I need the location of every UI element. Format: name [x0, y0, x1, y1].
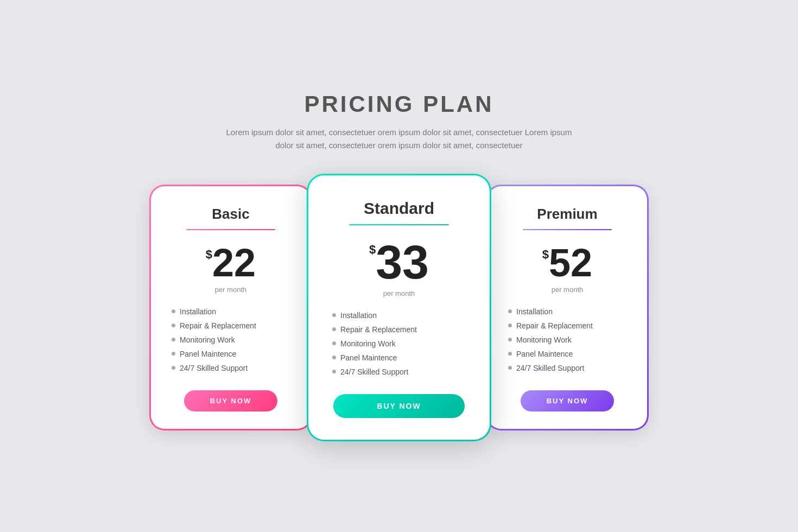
feature-item: Installation — [172, 305, 290, 319]
price-block: $ 22 — [167, 243, 294, 282]
feature-item: Panel Maintence — [508, 347, 626, 361]
feature-item: 24/7 Skilled Support — [172, 361, 290, 375]
bullet-icon — [172, 338, 175, 341]
price-symbol: $ — [369, 243, 376, 257]
feature-text: Repair & Replacement — [180, 321, 256, 330]
feature-item: Monitoring Work — [332, 337, 466, 351]
feature-text: Installation — [516, 307, 553, 316]
feature-item: Monitoring Work — [172, 333, 290, 347]
cards-container: Basic $ 22 per month Installation Repair… — [149, 174, 649, 441]
bullet-icon — [508, 352, 512, 356]
card-basic: Basic $ 22 per month Installation Repair… — [149, 185, 312, 430]
feature-text: Panel Maintence — [180, 350, 236, 358]
buy-button-basic[interactable]: BUY NOW — [184, 390, 278, 411]
bullet-icon — [508, 309, 512, 313]
feature-item: Installation — [508, 305, 626, 319]
card-standard: Standard $ 33 per month Installation Rep… — [307, 174, 491, 441]
price-block: $ 52 — [504, 243, 631, 282]
feature-item: Panel Maintence — [172, 347, 290, 361]
buy-button-standard[interactable]: BUY NOW — [333, 394, 464, 418]
price-symbol: $ — [206, 248, 212, 262]
bullet-icon — [172, 309, 175, 313]
price-period: per month — [504, 286, 631, 294]
feature-item: Monitoring Work — [508, 333, 626, 347]
price-symbol: $ — [542, 248, 549, 262]
card-name: Basic — [167, 206, 294, 223]
feature-text: Installation — [340, 311, 377, 320]
feature-text: 24/7 Skilled Support — [516, 364, 584, 372]
price-period: per month — [167, 286, 294, 294]
bullet-icon — [172, 366, 175, 370]
buy-button-premium[interactable]: BUY NOW — [521, 390, 615, 411]
feature-item: Repair & Replacement — [508, 319, 626, 333]
feature-item: 24/7 Skilled Support — [332, 365, 466, 379]
price-period: per month — [328, 289, 470, 297]
bullet-icon — [172, 324, 175, 327]
bullet-icon — [172, 352, 175, 356]
card-premium: Premium $ 52 per month Installation Repa… — [486, 185, 649, 430]
card-divider — [349, 224, 448, 225]
page-title: PRICING PLAN — [220, 91, 578, 117]
feature-item: Repair & Replacement — [172, 319, 290, 333]
feature-text: Monitoring Work — [180, 335, 235, 344]
card-divider — [523, 229, 612, 230]
feature-item: Repair & Replacement — [332, 322, 466, 337]
feature-text: 24/7 Skilled Support — [340, 368, 408, 376]
feature-text: Panel Maintence — [516, 350, 573, 358]
features-list: Installation Repair & Replacement Monito… — [167, 305, 294, 375]
bullet-icon — [332, 341, 336, 345]
features-list: Installation Repair & Replacement Monito… — [504, 305, 631, 375]
feature-text: Repair & Replacement — [340, 325, 417, 334]
card-divider — [186, 229, 275, 230]
price-block: $ 33 — [328, 238, 470, 286]
page-header: PRICING PLAN Lorem ipsum dolor sit amet,… — [220, 91, 578, 152]
features-list: Installation Repair & Replacement Monito… — [328, 308, 470, 379]
bullet-icon — [508, 366, 512, 370]
feature-text: 24/7 Skilled Support — [180, 364, 248, 372]
price-amount: 22 — [212, 243, 256, 282]
bullet-icon — [332, 370, 336, 373]
bullet-icon — [332, 313, 336, 317]
feature-item: Installation — [332, 308, 466, 322]
feature-item: 24/7 Skilled Support — [508, 361, 626, 375]
card-name: Premium — [504, 206, 631, 223]
bullet-icon — [332, 327, 336, 331]
feature-item: Panel Maintence — [332, 351, 466, 365]
bullet-icon — [508, 338, 512, 341]
price-amount: 33 — [376, 238, 429, 286]
price-amount: 52 — [549, 243, 592, 282]
bullet-icon — [508, 324, 512, 327]
feature-text: Repair & Replacement — [516, 321, 593, 330]
feature-text: Installation — [180, 307, 216, 316]
card-name: Standard — [328, 199, 470, 218]
page-subtitle: Lorem ipsum dolor sit amet, consectetuer… — [220, 126, 578, 152]
bullet-icon — [332, 356, 336, 359]
feature-text: Monitoring Work — [340, 339, 396, 348]
feature-text: Panel Maintence — [340, 353, 397, 362]
feature-text: Monitoring Work — [516, 335, 572, 344]
